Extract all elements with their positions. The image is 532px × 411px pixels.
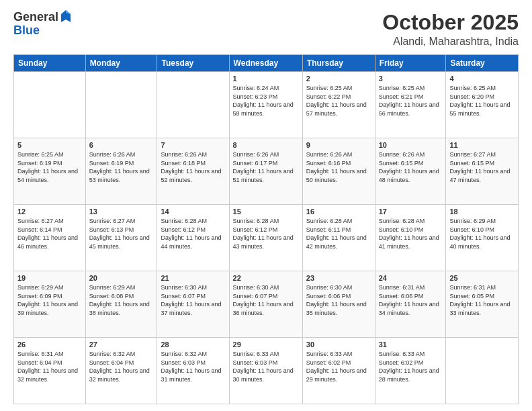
logo-icon xyxy=(60,9,72,24)
calendar-cell: 28Sunrise: 6:32 AMSunset: 6:03 PMDayligh… xyxy=(157,338,229,404)
day-number: 12 xyxy=(17,208,82,216)
day-number: 31 xyxy=(379,340,443,349)
day-number: 3 xyxy=(379,75,443,83)
calendar-cell: 14Sunrise: 6:28 AMSunset: 6:12 PMDayligh… xyxy=(157,205,229,271)
calendar-cell: 3Sunrise: 6:25 AMSunset: 6:21 PMDaylight… xyxy=(375,72,446,138)
calendar-cell: 9Sunrise: 6:26 AMSunset: 6:16 PMDaylight… xyxy=(302,138,375,205)
calendar-cell: 13Sunrise: 6:27 AMSunset: 6:13 PMDayligh… xyxy=(85,205,157,271)
calendar-cell: 1Sunrise: 6:24 AMSunset: 6:23 PMDaylight… xyxy=(229,72,302,138)
col-monday: Monday xyxy=(85,55,157,72)
location-title: Alandi, Maharashtra, India xyxy=(382,36,519,48)
day-info: Sunrise: 6:31 AMSunset: 6:04 PMDaylight:… xyxy=(17,350,82,383)
calendar-cell: 29Sunrise: 6:33 AMSunset: 6:03 PMDayligh… xyxy=(229,338,302,404)
day-number: 1 xyxy=(233,75,299,83)
day-info: Sunrise: 6:29 AMSunset: 6:10 PMDaylight:… xyxy=(449,217,515,250)
day-info: Sunrise: 6:27 AMSunset: 6:13 PMDaylight:… xyxy=(89,217,154,250)
calendar-cell: 11Sunrise: 6:27 AMSunset: 6:15 PMDayligh… xyxy=(446,138,519,205)
day-info: Sunrise: 6:26 AMSunset: 6:19 PMDaylight:… xyxy=(89,150,154,184)
calendar-cell: 16Sunrise: 6:28 AMSunset: 6:11 PMDayligh… xyxy=(302,205,375,271)
day-number: 22 xyxy=(233,274,299,282)
day-info: Sunrise: 6:32 AMSunset: 6:04 PMDaylight:… xyxy=(89,350,154,383)
calendar-cell: 6Sunrise: 6:26 AMSunset: 6:19 PMDaylight… xyxy=(85,138,157,205)
day-number: 6 xyxy=(89,141,154,149)
day-info: Sunrise: 6:32 AMSunset: 6:03 PMDaylight:… xyxy=(161,350,225,383)
day-number: 23 xyxy=(306,274,371,282)
day-info: Sunrise: 6:28 AMSunset: 6:12 PMDaylight:… xyxy=(233,217,299,250)
day-number: 11 xyxy=(449,141,515,149)
day-number: 16 xyxy=(306,208,371,216)
day-info: Sunrise: 6:33 AMSunset: 6:02 PMDaylight:… xyxy=(306,350,371,383)
day-number: 15 xyxy=(233,208,299,216)
day-number: 10 xyxy=(379,141,443,149)
day-number: 13 xyxy=(89,208,154,216)
day-number: 7 xyxy=(161,141,225,149)
col-friday: Friday xyxy=(375,55,446,72)
week-row-5: 26Sunrise: 6:31 AMSunset: 6:04 PMDayligh… xyxy=(14,338,519,404)
calendar-cell xyxy=(446,338,519,404)
day-info: Sunrise: 6:30 AMSunset: 6:07 PMDaylight:… xyxy=(161,283,225,317)
calendar-cell: 4Sunrise: 6:25 AMSunset: 6:20 PMDaylight… xyxy=(446,72,519,138)
day-info: Sunrise: 6:28 AMSunset: 6:10 PMDaylight:… xyxy=(379,217,443,250)
calendar-cell: 8Sunrise: 6:26 AMSunset: 6:17 PMDaylight… xyxy=(229,138,302,205)
day-number: 28 xyxy=(161,340,225,349)
calendar-cell: 31Sunrise: 6:33 AMSunset: 6:02 PMDayligh… xyxy=(375,338,446,404)
calendar-cell: 7Sunrise: 6:26 AMSunset: 6:18 PMDaylight… xyxy=(157,138,229,205)
calendar-cell: 30Sunrise: 6:33 AMSunset: 6:02 PMDayligh… xyxy=(302,338,375,404)
day-number: 26 xyxy=(17,340,82,349)
day-info: Sunrise: 6:27 AMSunset: 6:14 PMDaylight:… xyxy=(17,217,82,250)
page: General Blue October 2025 Alandi, Mahara… xyxy=(0,0,532,411)
logo-blue: Blue xyxy=(13,24,40,37)
day-info: Sunrise: 6:24 AMSunset: 6:23 PMDaylight:… xyxy=(233,84,299,118)
day-number: 5 xyxy=(17,141,82,149)
week-row-1: 1Sunrise: 6:24 AMSunset: 6:23 PMDaylight… xyxy=(14,72,519,138)
day-number: 21 xyxy=(161,274,225,282)
day-number: 19 xyxy=(17,274,82,282)
day-number: 25 xyxy=(449,274,515,282)
day-info: Sunrise: 6:31 AMSunset: 6:06 PMDaylight:… xyxy=(379,283,443,317)
calendar-cell xyxy=(14,72,86,138)
day-number: 8 xyxy=(233,141,299,149)
calendar-cell: 22Sunrise: 6:30 AMSunset: 6:07 PMDayligh… xyxy=(229,271,302,338)
day-info: Sunrise: 6:26 AMSunset: 6:15 PMDaylight:… xyxy=(379,150,443,184)
calendar-cell: 5Sunrise: 6:25 AMSunset: 6:19 PMDaylight… xyxy=(14,138,86,205)
calendar-cell: 27Sunrise: 6:32 AMSunset: 6:04 PMDayligh… xyxy=(85,338,157,404)
day-info: Sunrise: 6:25 AMSunset: 6:21 PMDaylight:… xyxy=(379,84,443,118)
day-info: Sunrise: 6:33 AMSunset: 6:02 PMDaylight:… xyxy=(379,350,443,383)
day-info: Sunrise: 6:26 AMSunset: 6:16 PMDaylight:… xyxy=(306,150,371,184)
day-info: Sunrise: 6:31 AMSunset: 6:05 PMDaylight:… xyxy=(449,283,515,317)
week-row-3: 12Sunrise: 6:27 AMSunset: 6:14 PMDayligh… xyxy=(14,205,519,271)
month-title: October 2025 xyxy=(382,11,519,34)
week-row-4: 19Sunrise: 6:29 AMSunset: 6:09 PMDayligh… xyxy=(14,271,519,338)
calendar-cell: 18Sunrise: 6:29 AMSunset: 6:10 PMDayligh… xyxy=(446,205,519,271)
day-number: 20 xyxy=(89,274,154,282)
col-wednesday: Wednesday xyxy=(229,55,302,72)
calendar-cell: 15Sunrise: 6:28 AMSunset: 6:12 PMDayligh… xyxy=(229,205,302,271)
calendar-cell: 26Sunrise: 6:31 AMSunset: 6:04 PMDayligh… xyxy=(14,338,86,404)
calendar-cell xyxy=(85,72,157,138)
day-number: 9 xyxy=(306,141,371,149)
calendar-cell: 19Sunrise: 6:29 AMSunset: 6:09 PMDayligh… xyxy=(14,271,86,338)
calendar-cell: 23Sunrise: 6:30 AMSunset: 6:06 PMDayligh… xyxy=(302,271,375,338)
day-number: 18 xyxy=(449,208,515,216)
day-info: Sunrise: 6:27 AMSunset: 6:15 PMDaylight:… xyxy=(449,150,515,184)
day-info: Sunrise: 6:25 AMSunset: 6:20 PMDaylight:… xyxy=(449,84,515,118)
day-info: Sunrise: 6:29 AMSunset: 6:08 PMDaylight:… xyxy=(89,283,154,317)
calendar-cell: 24Sunrise: 6:31 AMSunset: 6:06 PMDayligh… xyxy=(375,271,446,338)
calendar-cell: 12Sunrise: 6:27 AMSunset: 6:14 PMDayligh… xyxy=(14,205,86,271)
day-info: Sunrise: 6:25 AMSunset: 6:19 PMDaylight:… xyxy=(17,150,82,184)
col-thursday: Thursday xyxy=(302,55,375,72)
day-info: Sunrise: 6:25 AMSunset: 6:22 PMDaylight:… xyxy=(306,84,371,118)
calendar-cell: 25Sunrise: 6:31 AMSunset: 6:05 PMDayligh… xyxy=(446,271,519,338)
calendar-cell: 21Sunrise: 6:30 AMSunset: 6:07 PMDayligh… xyxy=(157,271,229,338)
calendar-cell: 20Sunrise: 6:29 AMSunset: 6:08 PMDayligh… xyxy=(85,271,157,338)
day-number: 27 xyxy=(89,340,154,349)
calendar-cell xyxy=(157,72,229,138)
calendar-header-row: Sunday Monday Tuesday Wednesday Thursday… xyxy=(14,55,519,72)
day-info: Sunrise: 6:28 AMSunset: 6:12 PMDaylight:… xyxy=(161,217,225,250)
logo: General Blue xyxy=(13,11,72,38)
day-info: Sunrise: 6:30 AMSunset: 6:07 PMDaylight:… xyxy=(233,283,299,317)
day-info: Sunrise: 6:26 AMSunset: 6:17 PMDaylight:… xyxy=(233,150,299,184)
col-tuesday: Tuesday xyxy=(157,55,229,72)
col-saturday: Saturday xyxy=(446,55,519,72)
logo-general: General xyxy=(13,11,58,24)
